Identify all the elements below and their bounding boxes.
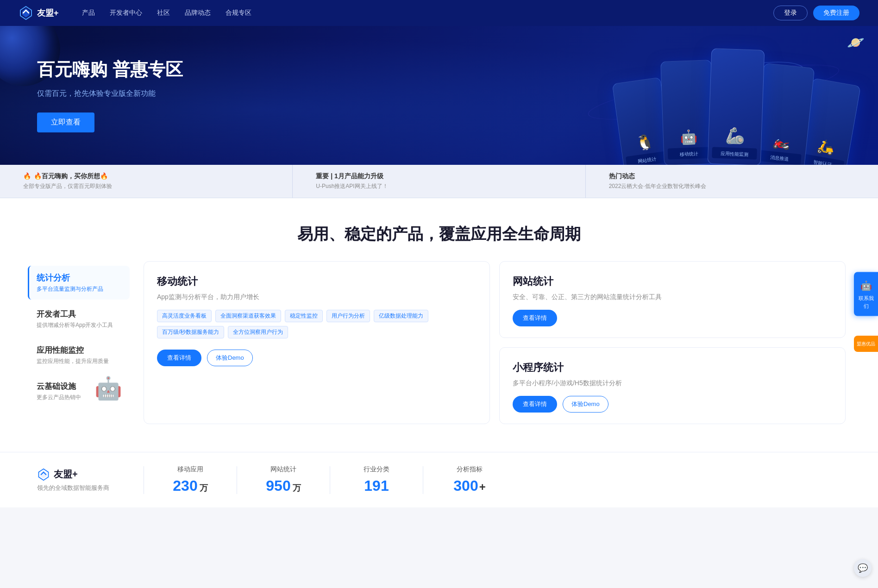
register-button[interactable]: 免费注册	[813, 6, 859, 20]
product-mini-desc: 多平台小程序/小游戏/H5数据统计分析	[513, 379, 832, 388]
tag-3: 稳定性监控	[285, 310, 323, 322]
card4-label: 消息推送	[770, 155, 789, 162]
card5-label-bg: 智能认证	[801, 154, 845, 165]
hero-title: 百元嗨购 普惠专区	[37, 58, 183, 81]
sidebar-item-devtools-subtitle: 提供增减分析等App开发小工具	[37, 321, 122, 329]
nav-link-brand[interactable]: 品牌动态	[178, 6, 217, 20]
nav-actions: 登录 免费注册	[773, 6, 859, 20]
hero-subtitle: 仅需百元，抢先体验专业版全新功能	[37, 89, 183, 99]
tag-1: 高灵活度业务看板	[157, 310, 212, 322]
announce-title-1: 🔥 🔥百元嗨购，买你所想🔥	[23, 172, 269, 181]
announce-item-2[interactable]: 重要 | 1月产品能力升级 U-Push推送API网关上线了！	[293, 165, 585, 198]
announce-desc-1: 全部专业版产品，仅需百元即刻体验	[23, 182, 269, 190]
float-orange-button[interactable]: 盟惠优品	[854, 336, 878, 352]
stat-label-industry: 行业分类	[353, 465, 400, 474]
mobile-demo-button[interactable]: 体验Demo	[207, 350, 253, 366]
card3-label-bg: 应用性能监测	[712, 147, 757, 159]
card3-icon: 🦾	[725, 126, 745, 145]
stat-value-mobile: 230万	[167, 477, 213, 494]
card4-label-bg: 消息推送	[758, 150, 802, 165]
stat-label-mobile: 移动应用	[167, 465, 213, 474]
logo-icon	[19, 6, 33, 20]
sidebar-robot-icon: 🤖	[94, 377, 122, 400]
fire-icon-left: 🔥	[23, 172, 31, 180]
sidebar-item-apm-title: 应用性能监控	[37, 345, 122, 356]
sidebar-item-cloud[interactable]: 云基础设施 更多云产品热销中 🤖	[28, 375, 130, 408]
card1-icon: 🐧	[634, 132, 655, 152]
stat-divider-4	[423, 466, 423, 494]
card1-label-bg: 网站统计	[626, 151, 669, 165]
float-orange-label: 盟惠优品	[857, 340, 875, 347]
stat-value-website: 950万	[260, 477, 307, 494]
sidebar-item-apm-subtitle: 监控应用性能，提升应用质量	[37, 357, 122, 365]
nav-logo[interactable]: 友盟+	[19, 6, 59, 20]
hero-saturn: 🪐	[847, 34, 864, 50]
stat-label-website: 网站统计	[260, 465, 307, 474]
stat-divider-1	[144, 466, 144, 494]
footer-brand: 友盟+ 领先的全域数据智能服务商	[37, 468, 120, 492]
product-mini-actions: 查看详情 体验Demo	[513, 396, 832, 413]
sidebar-item-devtools[interactable]: 开发者工具 提供增减分析等App开发小工具	[28, 302, 130, 336]
product-mobile-tags: 高灵活度业务看板 全面洞察渠道获客效果 稳定性监控 用户行为分析 亿级数据处理能…	[157, 310, 477, 338]
footer-brand-name: 友盟+	[37, 468, 120, 481]
card2-label-bg: 移动统计	[668, 147, 711, 159]
announce-title-2: 重要 | 1月产品能力升级	[316, 172, 562, 181]
stat-unit-mobile: 万	[200, 483, 208, 493]
product-mobile-title: 移动统计	[157, 275, 477, 288]
nav-link-dev-center[interactable]: 开发者中心	[103, 6, 149, 20]
tag-6: 百万级/秒数据服务能力	[157, 326, 224, 338]
stat-value-industry: 191	[353, 477, 400, 494]
announce-desc-2: U-Push推送API网关上线了！	[316, 182, 562, 190]
float-contact-label: 联系我们	[857, 294, 875, 310]
stat-divider-2	[237, 466, 237, 494]
mini-detail-button[interactable]: 查看详情	[513, 396, 557, 413]
product-mobile-actions: 查看详情 体验Demo	[157, 350, 477, 366]
nav-link-product[interactable]: 产品	[75, 6, 101, 20]
float-contact-icon: 🤖	[857, 279, 875, 293]
sidebar-item-analytics-subtitle: 多平台流量监测与分析产品	[37, 285, 122, 293]
announce-title-3: 热门动态	[609, 172, 855, 181]
announce-item-1[interactable]: 🔥 🔥百元嗨购，买你所想🔥 全部专业版产品，仅需百元即刻体验	[0, 165, 293, 198]
stat-unit-website: 万	[293, 483, 301, 493]
product-website-title: 网站统计	[513, 275, 832, 288]
sidebar-item-cloud-subtitle: 更多云产品热销中	[37, 394, 81, 401]
navbar: 友盟+ 产品 开发者中心 社区 品牌动态 合规专区 登录 免费注册	[0, 0, 878, 26]
stat-item-website: 网站统计 950万	[260, 465, 307, 494]
stat-item-metrics: 分析指标 300+	[446, 465, 493, 494]
footer-brand-desc: 领先的全域数据智能服务商	[37, 484, 120, 492]
float-contact-button[interactable]: 🤖 联系我们	[854, 272, 878, 316]
footer-logo-icon	[37, 468, 50, 481]
nav-links: 产品 开发者中心 社区 品牌动态 合规专区	[75, 6, 773, 20]
tag-4: 用户行为分析	[326, 310, 370, 322]
product-website-actions: 查看详情	[513, 310, 832, 326]
nav-link-compliance[interactable]: 合规专区	[219, 6, 258, 20]
product-sidebar: 统计分析 多平台流量监测与分析产品 开发者工具 提供增减分析等App开发小工具 …	[28, 261, 130, 424]
announce-item-3[interactable]: 热门动态 2022云栖大会·低年企业数智化增长峰会	[586, 165, 878, 198]
sidebar-item-cloud-title: 云基础设施	[37, 381, 81, 392]
product-main: 移动统计 App监测与分析平台，助力用户增长 高灵活度业务看板 全面洞察渠道获客…	[139, 261, 850, 424]
product-mini-title: 小程序统计	[513, 361, 832, 375]
stat-divider-3	[330, 466, 330, 494]
hero-card-3: 🦾 应用性能监测	[708, 48, 765, 165]
mobile-detail-button[interactable]: 查看详情	[157, 350, 201, 366]
mini-demo-button[interactable]: 体验Demo	[563, 396, 608, 413]
product-grid: 移动统计 App监测与分析平台，助力用户增长 高灵活度业务看板 全面洞察渠道获客…	[144, 261, 846, 424]
product-card-mobile: 移动统计 App监测与分析平台，助力用户增长 高灵活度业务看板 全面洞察渠道获客…	[144, 261, 490, 424]
card4-icon: 🏍️	[772, 132, 790, 150]
logo-text: 友盟+	[37, 7, 59, 19]
sidebar-item-analytics-title: 统计分析	[37, 272, 122, 283]
sidebar-item-apm[interactable]: 应用性能监控 监控应用性能，提升应用质量	[28, 338, 130, 372]
card2-label: 移动统计	[680, 151, 698, 156]
tag-2: 全面洞察渠道获客效果	[215, 310, 281, 322]
hero-cta-button[interactable]: 立即查看	[37, 113, 94, 132]
website-detail-button[interactable]: 查看详情	[513, 310, 557, 326]
stat-value-metrics: 300+	[446, 477, 493, 494]
login-button[interactable]: 登录	[773, 6, 808, 20]
card3-label: 应用性能监测	[721, 151, 748, 157]
stat-item-mobile: 移动应用 230万	[167, 465, 213, 494]
sidebar-item-analytics[interactable]: 统计分析 多平台流量监测与分析产品	[28, 266, 130, 300]
nav-link-community[interactable]: 社区	[151, 6, 176, 20]
product-card-mini: 小程序统计 多平台小程序/小游戏/H5数据统计分析 查看详情 体验Demo	[499, 347, 846, 424]
footer-stats-bar: 友盟+ 领先的全域数据智能服务商 移动应用 230万 网站统计 950万 行业分…	[0, 452, 878, 507]
hero-content: 百元嗨购 普惠专区 仅需百元，抢先体验专业版全新功能 立即查看	[37, 58, 183, 132]
